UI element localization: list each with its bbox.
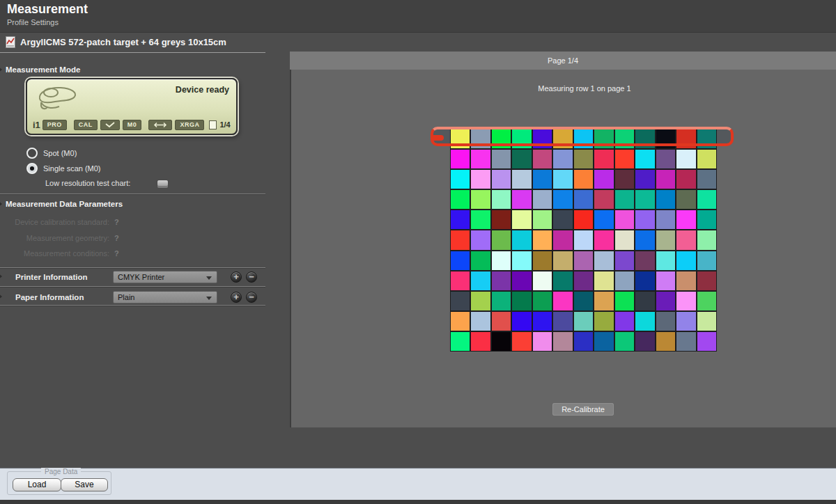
color-patch [676,150,695,168]
color-patch [574,230,593,249]
color-patch [471,292,490,310]
color-patch [697,170,716,189]
radio-single-scan[interactable] [26,163,38,174]
load-button[interactable]: Load [13,478,61,491]
collapse-arrow-icon[interactable] [0,293,2,300]
paper-add-button[interactable]: + [231,292,242,303]
color-patch [574,190,593,209]
color-patch [697,292,716,310]
color-patch [451,312,470,331]
color-patch [615,251,634,270]
color-patch [512,271,531,290]
radio-row-single-scan: Single scan (M0) [26,164,101,173]
color-patch [533,190,552,209]
color-patch [512,312,531,331]
spectrophotometer-icon [33,84,91,117]
color-patch [553,210,572,229]
color-patch [676,271,695,290]
color-patch [656,312,675,331]
color-patch [635,292,654,310]
color-patch [594,292,613,310]
color-patch [594,170,613,189]
save-button[interactable]: Save [61,478,108,491]
color-patch [553,170,572,189]
color-patch [615,210,634,229]
paper-remove-button[interactable]: − [246,292,257,303]
page-data-legend: Page Data [41,468,81,475]
color-patch [635,271,654,290]
color-patch [574,312,593,331]
scan-ruler [431,127,734,146]
color-patch [676,190,695,209]
color-patch [656,210,675,229]
color-patch [635,190,654,209]
color-patch [512,150,531,168]
color-patch [656,150,675,168]
color-patch [676,230,695,249]
printer-add-button[interactable]: + [231,271,242,283]
color-patch [635,210,654,229]
color-patch [553,230,572,249]
color-patch [697,332,716,351]
color-patch [512,230,531,249]
color-patch [451,251,470,270]
printer-information-label: Printer Information [15,273,88,281]
color-patch [512,292,531,310]
printer-remove-button[interactable]: − [246,271,257,283]
collapse-arrow-icon[interactable] [0,273,2,280]
color-patch [492,210,511,229]
measuring-status: Measuring row 1 on page 1 [451,84,718,93]
color-patch [553,312,572,331]
radio-spot[interactable] [26,148,38,159]
color-patch [471,230,490,249]
color-patch [553,150,572,168]
color-patch [594,312,613,331]
bottom-bar: Page Data Load Save [0,468,836,500]
color-patch [553,292,572,310]
color-patch [656,230,675,249]
color-patch [492,271,511,290]
device-status-bar: i1 PRO CAL M0 XRGA 1/4 [33,119,232,130]
brand-label: i1 [33,120,40,130]
target-title: ArgyllCMS 572-patch target + 64 greys 10… [20,37,226,47]
recalibrate-button[interactable]: Re-Calibrate [552,403,614,416]
color-patch [553,271,572,290]
color-patch [451,170,470,189]
color-patch [656,292,675,310]
paper-dropdown-value: Plain [118,293,134,301]
low-res-chart-toggle[interactable] [157,180,169,189]
device-display: Device ready i1 PRO CAL M0 XRGA 1/4 [26,78,238,135]
collapse-arrow-icon[interactable] [0,66,2,73]
left-right-arrows-icon [148,120,172,130]
color-patch [594,230,613,249]
color-patch [451,271,470,290]
badge-xrga: XRGA [175,120,204,130]
param-value-measurement-geometry: ? [114,234,119,242]
color-patch [533,170,552,189]
color-patch [492,332,511,351]
color-patch [451,210,470,229]
color-patch [492,170,511,189]
color-patch [635,312,654,331]
collapse-arrow-icon[interactable] [0,200,2,207]
color-patch [471,210,490,229]
color-patch [656,170,675,189]
color-patch [697,271,716,290]
printer-dropdown-value: CMYK Printer [118,273,164,281]
color-patch [471,271,490,290]
paper-dropdown[interactable]: Plain [113,291,217,304]
paper-information-label: Paper Information [15,293,84,301]
color-patch [471,332,490,351]
color-patch [574,210,593,229]
color-patch [594,271,613,290]
color-patch [615,332,634,351]
color-patch [451,190,470,209]
chevron-down-icon [206,276,212,280]
param-label-measurement-conditions: Measurement conditions: [0,249,109,258]
color-patch [615,312,634,331]
color-patch [676,251,695,270]
printer-dropdown[interactable]: CMYK Printer [113,271,217,283]
param-value-calibration-standard: ? [114,218,119,226]
color-patch [574,271,593,290]
color-patch [594,210,613,229]
